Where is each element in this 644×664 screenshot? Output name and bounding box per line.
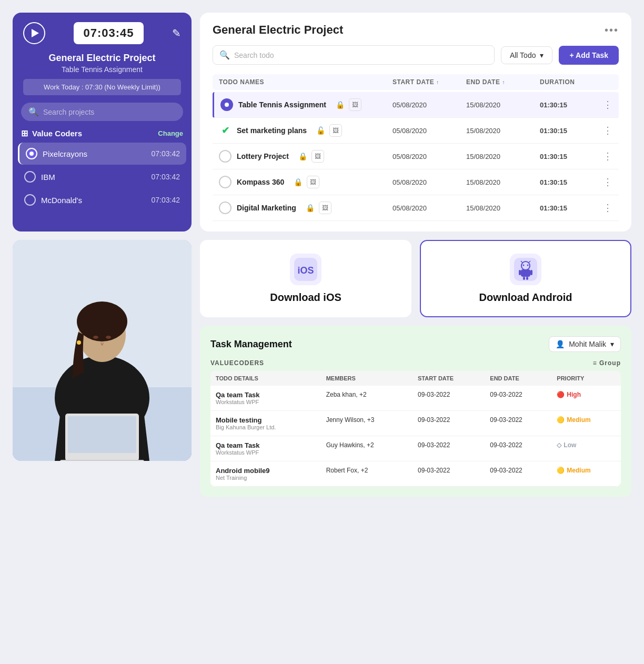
project-search-input[interactable] (43, 108, 176, 116)
table-row[interactable]: ✔ Set marketing plans 🔓 🖼 05/08/2020 15/… (213, 118, 619, 144)
task-mgmt-table: TODO DETAILS MEMBERS START DATE END DATE… (210, 371, 621, 487)
play-button[interactable] (23, 22, 45, 44)
add-task-button[interactable]: + Add Task (559, 46, 619, 65)
start-date: 05/08/2020 (393, 153, 466, 160)
project-item[interactable]: McDonald's 07:03:42 (18, 189, 186, 211)
row-more-button[interactable]: ⋮ (598, 125, 612, 136)
project-status-dot (26, 148, 37, 159)
priority-badge: 🟡 Medium (557, 416, 616, 424)
project-item[interactable]: Pixelcrayons 07:03:42 (18, 143, 186, 165)
table-row[interactable]: Mobile testing Big Kahuna Burger Ltd. Je… (210, 411, 621, 436)
table-row[interactable]: Qa team Task Workstatus WPF Guy Hawkins,… (210, 436, 621, 461)
members-cell: Robert Fox, +2 (321, 461, 412, 487)
row-more-button[interactable]: ⋮ (598, 150, 612, 162)
download-section: iOS Download iOS (200, 240, 631, 317)
left-panel: 07:03:45 ✎ General Electric Project Tabl… (13, 13, 192, 232)
svg-rect-6 (68, 416, 136, 453)
end-date: 15/08/2020 (466, 153, 540, 160)
end-date: 15/08/2020 (466, 101, 540, 109)
edit-icon[interactable]: ✎ (172, 27, 181, 39)
image-icon: 🖼 (319, 202, 331, 214)
table-row[interactable]: Lottery Project 🔒 🖼 05/08/2020 15/08/202… (213, 144, 619, 169)
table-row[interactable]: Table Tennis Assignment 🔒 🖼 05/08/2020 1… (213, 92, 619, 118)
project-name: IBM (41, 173, 55, 182)
svg-point-10 (77, 340, 81, 345)
start-date-cell: 09-03-2022 (412, 436, 485, 461)
duration: 01:30:15 (540, 127, 598, 135)
change-org-button[interactable]: Change (158, 129, 183, 137)
end-date-cell: 09-03-2022 (485, 386, 551, 411)
row-more-button[interactable]: ⋮ (598, 202, 612, 214)
table-row[interactable]: Android mobile9 Net Training Robert Fox,… (210, 461, 621, 487)
task-title: Qa team Task (216, 391, 316, 399)
duration: 01:30:15 (540, 178, 598, 186)
user-name: Mohit Malik (569, 340, 606, 348)
end-date-cell: 09-03-2022 (485, 411, 551, 436)
row-more-button[interactable]: ⋮ (598, 99, 612, 110)
task-title: Qa team Task (216, 441, 316, 449)
svg-rect-21 (530, 270, 532, 275)
filter-dropdown[interactable]: All Todo ▾ (501, 46, 553, 64)
lock-icon: 🔓 (316, 126, 325, 135)
col-header-start: START DATE ↑ (393, 78, 466, 86)
svg-rect-19 (521, 269, 530, 277)
task-sub: Workstatus WPF (216, 399, 316, 405)
task-name: Lottery Project (237, 152, 289, 160)
table-row[interactable]: Digital Marketing 🔒 🖼 05/08/2020 15/08/2… (213, 195, 619, 221)
end-date-cell: 09-03-2022 (485, 461, 551, 487)
duration: 01:30:15 (540, 204, 598, 212)
start-date: 05/08/2020 (393, 178, 466, 186)
start-date: 05/08/2020 (393, 204, 466, 212)
download-android-card[interactable]: Download Android (420, 240, 631, 317)
org-icon: ⊞ (21, 128, 28, 138)
start-date-cell: 09-03-2022 (412, 411, 485, 436)
start-date-cell: 09-03-2022 (412, 386, 485, 411)
duration: 01:30:15 (540, 153, 598, 160)
search-icon: 🔍 (28, 107, 39, 117)
project-status-dot (24, 194, 36, 206)
chevron-down-icon: ▾ (540, 51, 544, 59)
col-end-date: END DATE (485, 371, 551, 386)
table-row[interactable]: Qa team Task Workstatus WPF Zeba khan, +… (210, 386, 621, 411)
download-ios-card[interactable]: iOS Download iOS (200, 240, 411, 317)
project-subtitle: Table Tennis Assignment (23, 65, 181, 74)
project-search-bar[interactable]: 🔍 (21, 103, 183, 121)
timer-display: 07:03:45 (74, 22, 143, 44)
download-android-label: Download Android (479, 291, 572, 304)
col-header-end: END DATE ↑ (466, 78, 540, 86)
project-list: Pixelcrayons 07:03:42 IBM 07:03:42 McDon… (13, 143, 192, 220)
table-header: TODO NAMES START DATE ↑ END DATE ↑ DURAT… (213, 74, 619, 90)
svg-point-16 (527, 265, 529, 266)
todo-search-input[interactable] (234, 51, 488, 59)
image-icon: 🖼 (311, 150, 324, 163)
project-time: 07:03:42 (152, 196, 180, 204)
task-name: Set marketing plans (237, 126, 307, 135)
svg-rect-7 (60, 460, 144, 461)
project-time: 07:03:42 (152, 173, 180, 181)
col-start-date: START DATE (412, 371, 485, 386)
row-more-button[interactable]: ⋮ (598, 176, 612, 188)
project-status-dot (24, 171, 36, 183)
image-icon: 🖼 (307, 176, 319, 188)
priority-badge: ◇ Low (557, 441, 616, 449)
todo-search-bar[interactable]: 🔍 (213, 45, 495, 65)
lock-icon: 🔒 (306, 204, 315, 212)
task-sub: Workstatus WPF (216, 449, 316, 456)
person-image-card (13, 240, 192, 461)
svg-rect-23 (526, 277, 528, 280)
end-date: 15/08/2020 (466, 127, 540, 135)
svg-rect-20 (519, 270, 521, 275)
group-button[interactable]: ≡ Group (593, 359, 621, 367)
project-item[interactable]: IBM 07:03:42 (18, 166, 186, 188)
end-date: 15/08/2020 (466, 178, 540, 186)
android-icon (510, 254, 541, 285)
image-icon: 🖼 (349, 98, 361, 111)
table-row[interactable]: Kompass 360 🔒 🖼 05/08/2020 15/08/2020 01… (213, 169, 619, 195)
task-sub: Net Training (216, 475, 316, 481)
more-options-button[interactable]: ••• (605, 24, 619, 36)
work-today-label: Work Today : 07:30 (No Weekly Limit)) (23, 79, 181, 95)
duration: 01:30:15 (540, 101, 598, 109)
user-dropdown[interactable]: 👤 Mohit Malik ▾ (549, 336, 621, 352)
task-status-empty-icon (219, 176, 232, 188)
right-bottom-section: iOS Download iOS (200, 240, 631, 497)
